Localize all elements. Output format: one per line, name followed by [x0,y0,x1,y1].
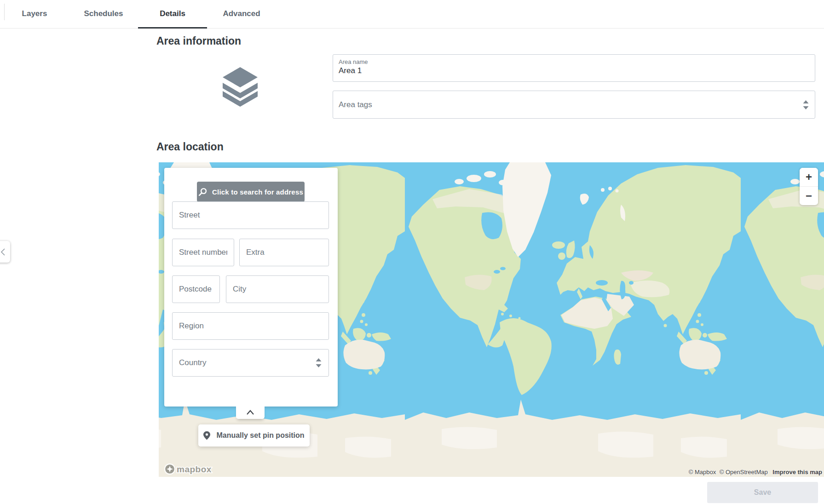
attribution-mapbox-link[interactable]: © Mapbox [689,469,716,475]
divider [4,4,5,20]
tab-bar: Layers Schedules Details Advanced [0,0,824,29]
area-name-input[interactable] [339,66,809,75]
attribution-osm-link[interactable]: © OpenStreetMap [720,469,768,475]
area-tags-label: Area tags [339,100,372,109]
section-title-area-information: Area information [156,35,241,47]
tab-details[interactable]: Details [138,0,207,29]
collapse-panel-button[interactable] [236,406,265,419]
layers-icon [222,67,259,109]
manual-pin-button[interactable]: Manually set pin position [198,424,310,447]
map-attribution: © Mapbox © OpenStreetMap Improve this ma… [687,469,822,475]
address-panel: Click to search for address Country [164,168,338,407]
stepper-icon [315,358,322,368]
page: Layers Schedules Details Advanced Area i… [0,0,824,504]
map-zoom-control: + − [800,168,818,205]
postcode-input[interactable] [172,275,220,303]
tab-layers[interactable]: Layers [0,0,69,29]
chevron-left-icon [0,246,8,258]
search-address-label: Click to search for address [212,188,303,196]
stepper-icon [802,100,809,110]
zoom-in-button[interactable]: + [800,168,818,186]
area-name-field[interactable]: Area name [333,54,815,82]
area-name-label: Area name [339,58,809,65]
street-input[interactable] [172,201,329,229]
mapbox-logo-text: mapbox [177,464,212,474]
tab-schedules[interactable]: Schedules [69,0,138,29]
city-input[interactable] [226,275,329,303]
extra-input[interactable] [239,239,329,266]
save-button[interactable]: Save [707,482,818,503]
map-canvas[interactable]: Click to search for address Country [159,162,824,477]
collapse-sidebar-button[interactable] [0,241,10,263]
country-placeholder: Country [179,358,207,367]
chevron-up-icon [243,407,257,418]
street-number-input[interactable] [172,239,234,266]
section-title-area-location: Area location [156,141,224,153]
mapbox-logo[interactable]: mapbox [163,463,215,475]
search-address-button[interactable]: Click to search for address [197,182,305,202]
search-icon [198,188,207,196]
tab-advanced[interactable]: Advanced [207,0,276,29]
map-pin-icon [203,431,210,440]
improve-map-link[interactable]: Improve this map [772,469,822,475]
zoom-out-button[interactable]: − [800,186,818,205]
area-tags-field[interactable]: Area tags [333,91,815,119]
region-input[interactable] [172,312,329,340]
country-select[interactable]: Country [172,349,329,377]
manual-pin-label: Manually set pin position [216,431,304,440]
